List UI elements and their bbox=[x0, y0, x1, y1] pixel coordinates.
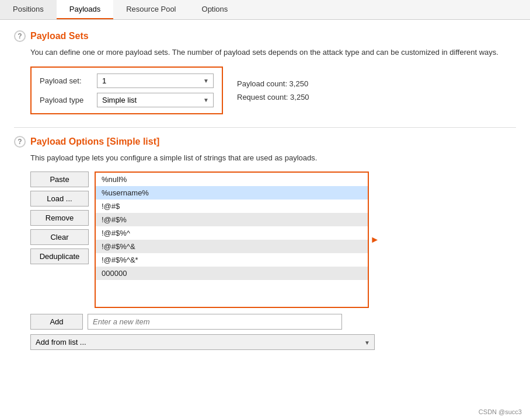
payload-type-select-wrapper: Simple list Runtime file Custom iterator… bbox=[97, 93, 214, 107]
payload-sets-section: ? Payload Sets You can define one or mor… bbox=[14, 30, 516, 114]
add-button[interactable]: Add bbox=[30, 314, 83, 330]
payload-options-heading: Payload Options [Simple list] bbox=[30, 136, 159, 147]
list-item[interactable]: !@#$%^& bbox=[96, 240, 368, 253]
payload-list[interactable]: %null%%username%!@#$!@#$%!@#$%^!@#$%^&!@… bbox=[96, 173, 368, 307]
paste-button[interactable]: Paste bbox=[30, 172, 89, 187]
payload-options-help-icon[interactable]: ? bbox=[14, 136, 26, 148]
request-count: Request count: 3,250 bbox=[237, 93, 309, 102]
list-item[interactable]: 000000 bbox=[96, 267, 368, 280]
payload-set-select[interactable]: 1 2 3 bbox=[97, 74, 214, 88]
tab-options[interactable]: Options bbox=[189, 0, 241, 19]
add-from-list-select[interactable]: Add from list ... bbox=[30, 334, 375, 350]
tab-resource-pool[interactable]: Resource Pool bbox=[113, 0, 189, 19]
watermark: CSDN @succ3 bbox=[479, 408, 522, 415]
payload-sets-help-icon[interactable]: ? bbox=[14, 30, 26, 42]
payload-options-description: This payload type lets you configure a s… bbox=[30, 152, 516, 164]
remove-button[interactable]: Remove bbox=[30, 210, 89, 226]
list-item[interactable]: !@#$%^&* bbox=[96, 253, 368, 267]
list-item[interactable]: !@#$%^ bbox=[96, 226, 368, 240]
list-arrow-icon[interactable]: ► bbox=[370, 235, 379, 245]
payload-sets-title-row: ? Payload Sets bbox=[14, 30, 516, 42]
payload-type-select[interactable]: Simple list Runtime file Custom iterator… bbox=[97, 93, 214, 107]
clear-button[interactable]: Clear bbox=[30, 229, 89, 245]
add-from-list-row: Add from list ... ▼ bbox=[30, 334, 375, 350]
add-item-input[interactable] bbox=[88, 314, 342, 330]
payload-list-area: %null%%username%!@#$!@#$%!@#$%^!@#$%^&!@… bbox=[95, 172, 369, 308]
list-item[interactable]: !@#$% bbox=[96, 213, 368, 226]
payload-sets-heading: Payload Sets bbox=[30, 31, 89, 41]
load-button[interactable]: Load ... bbox=[30, 191, 89, 206]
payload-options-title-row: ? Payload Options [Simple list] bbox=[14, 136, 516, 148]
payload-set-label: Payload set: bbox=[40, 76, 92, 85]
payload-options-section: ? Payload Options [Simple list] This pay… bbox=[14, 136, 516, 351]
options-body: Paste Load ... Remove Clear Deduplicate … bbox=[30, 172, 516, 308]
add-item-row: Add bbox=[30, 314, 516, 330]
payload-set-row: Payload set: 1 2 3 ▼ bbox=[40, 74, 214, 88]
payload-config-area: Payload set: 1 2 3 ▼ Payload type bbox=[30, 66, 516, 114]
payload-count: Payload count: 3,250 bbox=[237, 79, 309, 88]
payload-set-select-wrapper: 1 2 3 ▼ bbox=[97, 74, 214, 88]
tab-positions[interactable]: Positions bbox=[0, 0, 57, 19]
list-item[interactable]: %username% bbox=[96, 186, 368, 200]
payload-sets-description: You can define one or more payload sets.… bbox=[30, 47, 516, 58]
list-buttons-col: Paste Load ... Remove Clear Deduplicate bbox=[30, 172, 89, 308]
section-divider bbox=[14, 127, 516, 128]
payload-stats: Payload count: 3,250 Request count: 3,25… bbox=[237, 79, 309, 102]
list-item[interactable]: %null% bbox=[96, 173, 368, 186]
list-item[interactable]: !@#$ bbox=[96, 200, 368, 213]
add-from-list-wrapper: Add from list ... ▼ bbox=[30, 334, 375, 350]
tab-payloads[interactable]: Payloads bbox=[57, 0, 113, 19]
payload-type-row: Payload type Simple list Runtime file Cu… bbox=[40, 93, 214, 107]
deduplicate-button[interactable]: Deduplicate bbox=[30, 249, 89, 264]
tab-bar: Positions Payloads Resource Pool Options bbox=[0, 0, 530, 20]
payload-config-form: Payload set: 1 2 3 ▼ Payload type bbox=[30, 66, 223, 114]
payload-type-label: Payload type bbox=[40, 96, 92, 104]
main-content: ? Payload Sets You can define one or mor… bbox=[0, 20, 530, 373]
